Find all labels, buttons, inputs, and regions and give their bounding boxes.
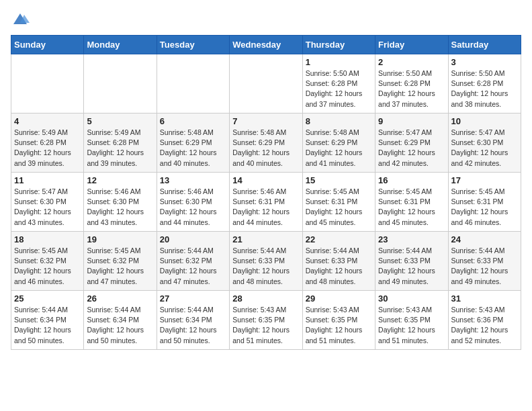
day-number: 21	[232, 234, 299, 244]
day-info: Sunrise: 5:43 AM Sunset: 6:35 PM Dayligh…	[232, 305, 299, 346]
weekday-header-sunday: Sunday	[11, 36, 84, 54]
calendar-cell: 6Sunrise: 5:48 AM Sunset: 6:29 PM Daylig…	[157, 113, 229, 173]
day-info: Sunrise: 5:44 AM Sunset: 6:34 PM Dayligh…	[14, 305, 81, 346]
day-info: Sunrise: 5:44 AM Sunset: 6:34 PM Dayligh…	[160, 305, 226, 346]
day-info: Sunrise: 5:46 AM Sunset: 6:30 PM Dayligh…	[160, 187, 226, 228]
day-number: 26	[87, 293, 153, 304]
day-info: Sunrise: 5:47 AM Sunset: 6:30 PM Dayligh…	[14, 187, 81, 228]
calendar-cell: 27Sunrise: 5:44 AM Sunset: 6:34 PM Dayli…	[157, 291, 229, 350]
calendar-cell: 18Sunrise: 5:45 AM Sunset: 6:32 PM Dayli…	[11, 232, 84, 291]
weekday-header-wednesday: Wednesday	[230, 36, 302, 54]
day-info: Sunrise: 5:48 AM Sunset: 6:29 PM Dayligh…	[232, 128, 299, 169]
day-number: 24	[451, 234, 518, 244]
day-number: 14	[232, 175, 299, 185]
day-info: Sunrise: 5:45 AM Sunset: 6:31 PM Dayligh…	[378, 187, 445, 228]
calendar-cell: 11Sunrise: 5:47 AM Sunset: 6:30 PM Dayli…	[11, 173, 84, 232]
day-number: 9	[378, 116, 445, 126]
weekday-header-tuesday: Tuesday	[157, 36, 229, 54]
day-number: 8	[306, 116, 372, 126]
day-number: 30	[378, 293, 445, 304]
day-number: 25	[14, 293, 81, 304]
calendar-cell: 15Sunrise: 5:45 AM Sunset: 6:31 PM Dayli…	[302, 173, 375, 232]
day-number: 31	[451, 293, 518, 304]
calendar-cell: 16Sunrise: 5:45 AM Sunset: 6:31 PM Dayli…	[375, 173, 448, 232]
day-info: Sunrise: 5:50 AM Sunset: 6:28 PM Dayligh…	[378, 68, 445, 109]
calendar-cell: 5Sunrise: 5:49 AM Sunset: 6:28 PM Daylig…	[84, 113, 157, 173]
day-info: Sunrise: 5:46 AM Sunset: 6:30 PM Dayligh…	[87, 187, 153, 228]
day-info: Sunrise: 5:45 AM Sunset: 6:31 PM Dayligh…	[306, 187, 372, 228]
day-number: 20	[160, 234, 226, 244]
day-number: 11	[14, 175, 81, 185]
day-info: Sunrise: 5:48 AM Sunset: 6:29 PM Dayligh…	[160, 128, 226, 169]
day-info: Sunrise: 5:50 AM Sunset: 6:28 PM Dayligh…	[306, 68, 372, 109]
calendar-cell: 19Sunrise: 5:45 AM Sunset: 6:32 PM Dayli…	[84, 232, 157, 291]
day-info: Sunrise: 5:48 AM Sunset: 6:29 PM Dayligh…	[306, 128, 372, 169]
calendar-cell	[84, 54, 157, 113]
calendar-cell	[157, 54, 229, 113]
calendar-cell: 8Sunrise: 5:48 AM Sunset: 6:29 PM Daylig…	[302, 113, 375, 173]
day-number: 3	[451, 57, 518, 67]
day-number: 7	[232, 116, 299, 126]
day-number: 1	[306, 57, 372, 67]
day-number: 15	[306, 175, 372, 185]
day-number: 29	[306, 293, 372, 304]
calendar-cell: 31Sunrise: 5:43 AM Sunset: 6:36 PM Dayli…	[448, 291, 521, 350]
day-info: Sunrise: 5:45 AM Sunset: 6:31 PM Dayligh…	[451, 187, 518, 228]
calendar-cell: 10Sunrise: 5:47 AM Sunset: 6:30 PM Dayli…	[448, 113, 521, 173]
weekday-header-monday: Monday	[84, 36, 157, 54]
day-info: Sunrise: 5:43 AM Sunset: 6:35 PM Dayligh…	[378, 305, 445, 346]
day-info: Sunrise: 5:44 AM Sunset: 6:34 PM Dayligh…	[87, 305, 153, 346]
day-info: Sunrise: 5:47 AM Sunset: 6:30 PM Dayligh…	[451, 128, 518, 169]
calendar-cell: 26Sunrise: 5:44 AM Sunset: 6:34 PM Dayli…	[84, 291, 157, 350]
day-info: Sunrise: 5:49 AM Sunset: 6:28 PM Dayligh…	[14, 128, 81, 169]
weekday-header-friday: Friday	[375, 36, 448, 54]
calendar-cell: 1Sunrise: 5:50 AM Sunset: 6:28 PM Daylig…	[302, 54, 375, 113]
weekday-header-saturday: Saturday	[448, 36, 521, 54]
day-info: Sunrise: 5:47 AM Sunset: 6:29 PM Dayligh…	[378, 128, 445, 169]
calendar-cell: 24Sunrise: 5:44 AM Sunset: 6:33 PM Dayli…	[448, 232, 521, 291]
logo	[11, 11, 32, 30]
day-number: 2	[378, 57, 445, 67]
day-number: 10	[451, 116, 518, 126]
day-info: Sunrise: 5:44 AM Sunset: 6:33 PM Dayligh…	[232, 246, 299, 287]
calendar-cell: 4Sunrise: 5:49 AM Sunset: 6:28 PM Daylig…	[11, 113, 84, 173]
calendar-cell: 9Sunrise: 5:47 AM Sunset: 6:29 PM Daylig…	[375, 113, 448, 173]
calendar-table: SundayMondayTuesdayWednesdayThursdayFrid…	[11, 35, 521, 350]
day-number: 23	[378, 234, 445, 244]
day-number: 18	[14, 234, 81, 244]
calendar-cell: 7Sunrise: 5:48 AM Sunset: 6:29 PM Daylig…	[230, 113, 302, 173]
day-number: 13	[160, 175, 226, 185]
day-info: Sunrise: 5:50 AM Sunset: 6:28 PM Dayligh…	[451, 68, 518, 109]
day-info: Sunrise: 5:43 AM Sunset: 6:36 PM Dayligh…	[451, 305, 518, 346]
day-info: Sunrise: 5:44 AM Sunset: 6:33 PM Dayligh…	[306, 246, 372, 287]
calendar-cell: 17Sunrise: 5:45 AM Sunset: 6:31 PM Dayli…	[448, 173, 521, 232]
calendar-cell: 29Sunrise: 5:43 AM Sunset: 6:35 PM Dayli…	[302, 291, 375, 350]
day-number: 16	[378, 175, 445, 185]
day-info: Sunrise: 5:49 AM Sunset: 6:28 PM Dayligh…	[87, 128, 153, 169]
day-number: 22	[306, 234, 372, 244]
day-number: 19	[87, 234, 153, 244]
calendar-cell: 13Sunrise: 5:46 AM Sunset: 6:30 PM Dayli…	[157, 173, 229, 232]
calendar-cell: 3Sunrise: 5:50 AM Sunset: 6:28 PM Daylig…	[448, 54, 521, 113]
calendar-cell: 12Sunrise: 5:46 AM Sunset: 6:30 PM Dayli…	[84, 173, 157, 232]
day-info: Sunrise: 5:44 AM Sunset: 6:32 PM Dayligh…	[160, 246, 226, 287]
calendar-cell: 28Sunrise: 5:43 AM Sunset: 6:35 PM Dayli…	[230, 291, 302, 350]
page-header	[11, 11, 521, 30]
calendar-cell: 30Sunrise: 5:43 AM Sunset: 6:35 PM Dayli…	[375, 291, 448, 350]
calendar-cell	[230, 54, 302, 113]
calendar-cell	[11, 54, 84, 113]
calendar-cell: 14Sunrise: 5:46 AM Sunset: 6:31 PM Dayli…	[230, 173, 302, 232]
calendar-cell: 22Sunrise: 5:44 AM Sunset: 6:33 PM Dayli…	[302, 232, 375, 291]
calendar-cell: 23Sunrise: 5:44 AM Sunset: 6:33 PM Dayli…	[375, 232, 448, 291]
day-info: Sunrise: 5:45 AM Sunset: 6:32 PM Dayligh…	[87, 246, 153, 287]
logo-icon	[11, 11, 30, 30]
day-number: 6	[160, 116, 226, 126]
day-info: Sunrise: 5:46 AM Sunset: 6:31 PM Dayligh…	[232, 187, 299, 228]
calendar-cell: 25Sunrise: 5:44 AM Sunset: 6:34 PM Dayli…	[11, 291, 84, 350]
calendar-cell: 2Sunrise: 5:50 AM Sunset: 6:28 PM Daylig…	[375, 54, 448, 113]
day-number: 5	[87, 116, 153, 126]
calendar-cell: 21Sunrise: 5:44 AM Sunset: 6:33 PM Dayli…	[230, 232, 302, 291]
day-info: Sunrise: 5:44 AM Sunset: 6:33 PM Dayligh…	[451, 246, 518, 287]
day-info: Sunrise: 5:44 AM Sunset: 6:33 PM Dayligh…	[378, 246, 445, 287]
weekday-header-thursday: Thursday	[302, 36, 375, 54]
